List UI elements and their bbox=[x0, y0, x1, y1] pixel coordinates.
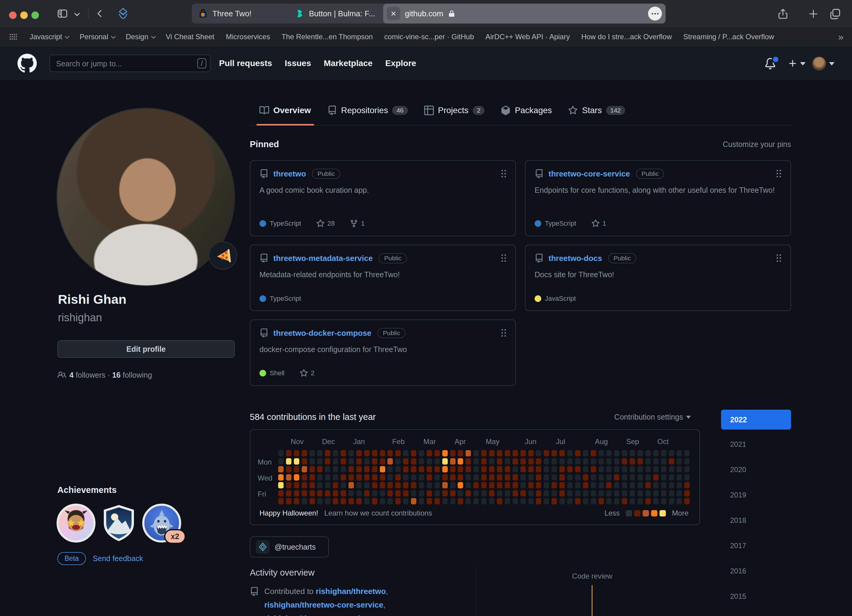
contribution-cell[interactable] bbox=[434, 474, 440, 480]
contribution-cell[interactable] bbox=[356, 490, 362, 497]
contribution-cell[interactable] bbox=[630, 482, 635, 488]
contribution-cell[interactable] bbox=[637, 498, 643, 504]
contribution-cell[interactable] bbox=[489, 466, 494, 473]
contribution-cell[interactable] bbox=[614, 498, 619, 504]
page-menu-ellipsis-icon[interactable] bbox=[648, 7, 662, 21]
count-contributions-link[interactable]: Learn how we count contributions bbox=[324, 509, 432, 517]
contribution-cell[interactable] bbox=[317, 482, 323, 488]
contribution-cell[interactable] bbox=[536, 474, 541, 480]
year-2020[interactable]: 2020 bbox=[721, 460, 791, 479]
contribution-cell[interactable] bbox=[364, 482, 370, 488]
contribution-cell[interactable] bbox=[458, 490, 463, 497]
contribution-cell[interactable] bbox=[669, 474, 674, 480]
contribution-cell[interactable] bbox=[278, 466, 284, 473]
contribution-cell[interactable] bbox=[598, 482, 604, 488]
contribution-cell[interactable] bbox=[325, 498, 330, 504]
contribution-cell[interactable] bbox=[278, 498, 284, 504]
contribution-cell[interactable] bbox=[551, 490, 557, 497]
contribution-cell[interactable] bbox=[419, 482, 424, 488]
contribution-cell[interactable] bbox=[544, 450, 549, 456]
contribution-cell[interactable] bbox=[637, 458, 643, 465]
contribution-cell[interactable] bbox=[583, 490, 588, 497]
contribution-cell[interactable] bbox=[630, 458, 635, 465]
contribution-cell[interactable] bbox=[317, 490, 323, 497]
contribution-cell[interactable] bbox=[372, 450, 378, 456]
contribution-cell[interactable] bbox=[598, 450, 604, 456]
contribution-cell[interactable] bbox=[645, 450, 651, 456]
contribution-cell[interactable] bbox=[520, 482, 526, 488]
contribution-cell[interactable] bbox=[505, 474, 510, 480]
contribution-heatmap[interactable] bbox=[278, 450, 690, 504]
contribution-cell[interactable] bbox=[395, 490, 401, 497]
contribution-cell[interactable] bbox=[403, 450, 408, 456]
contribution-cell[interactable] bbox=[591, 498, 596, 504]
sidebar-menu-chevron-icon[interactable] bbox=[74, 12, 80, 16]
contribution-cell[interactable] bbox=[598, 458, 604, 465]
contribution-cell[interactable] bbox=[395, 482, 401, 488]
contribution-cell[interactable] bbox=[349, 490, 354, 497]
drag-grabber-icon[interactable] bbox=[776, 170, 781, 178]
year-2017[interactable]: 2017 bbox=[721, 537, 791, 555]
contribution-cell[interactable] bbox=[630, 466, 635, 473]
repo-link[interactable]: threetwo-core-service bbox=[548, 169, 630, 178]
contribution-cell[interactable] bbox=[458, 450, 463, 456]
contribution-cell[interactable] bbox=[622, 498, 627, 504]
contribution-cell[interactable] bbox=[473, 458, 479, 465]
contribution-cell[interactable] bbox=[637, 490, 643, 497]
contribution-cell[interactable] bbox=[349, 466, 354, 473]
contribution-cell[interactable] bbox=[387, 450, 393, 456]
contribution-cell[interactable] bbox=[473, 450, 479, 456]
contribution-cell[interactable] bbox=[497, 474, 502, 480]
contribution-cell[interactable] bbox=[372, 458, 378, 465]
contribution-cell[interactable] bbox=[614, 474, 619, 480]
contribution-cell[interactable] bbox=[575, 450, 580, 456]
contribution-cell[interactable] bbox=[317, 458, 323, 465]
contribution-cell[interactable] bbox=[458, 458, 463, 465]
contribution-cell[interactable] bbox=[419, 466, 424, 473]
contribution-cell[interactable] bbox=[473, 474, 479, 480]
contribution-cell[interactable] bbox=[411, 498, 416, 504]
contribution-cell[interactable] bbox=[645, 466, 651, 473]
contribution-cell[interactable] bbox=[450, 498, 456, 504]
contribution-cell[interactable] bbox=[645, 498, 651, 504]
contribution-cell[interactable] bbox=[544, 474, 549, 480]
contribution-cell[interactable] bbox=[333, 482, 338, 488]
contribution-cell[interactable] bbox=[387, 490, 393, 497]
github-logo-icon[interactable] bbox=[18, 54, 37, 73]
contribution-cell[interactable] bbox=[349, 498, 354, 504]
contribution-cell[interactable] bbox=[551, 498, 557, 504]
contribution-cell[interactable] bbox=[372, 466, 378, 473]
contribution-cell[interactable] bbox=[442, 458, 448, 465]
contribution-cell[interactable] bbox=[317, 474, 323, 480]
contribution-cell[interactable] bbox=[349, 482, 354, 488]
contribution-cell[interactable] bbox=[512, 474, 518, 480]
contribution-cell[interactable] bbox=[505, 458, 510, 465]
contribution-cell[interactable] bbox=[286, 466, 292, 473]
nav-explore[interactable]: Explore bbox=[385, 59, 416, 68]
year-2015[interactable]: 2015 bbox=[721, 587, 791, 605]
github-search-box[interactable]: / bbox=[50, 54, 211, 72]
contribution-cell[interactable] bbox=[489, 490, 494, 497]
contribution-cell[interactable] bbox=[465, 458, 471, 465]
contribution-cell[interactable] bbox=[411, 450, 416, 456]
contribution-cell[interactable] bbox=[653, 458, 659, 465]
contribution-cell[interactable] bbox=[544, 498, 549, 504]
contribution-cell[interactable] bbox=[567, 482, 573, 488]
contribution-cell[interactable] bbox=[341, 458, 346, 465]
contribution-cell[interactable] bbox=[450, 490, 456, 497]
share-icon[interactable] bbox=[777, 7, 789, 21]
contribution-cell[interactable] bbox=[606, 458, 612, 465]
browser-tab-threetwo[interactable]: Three Two! bbox=[192, 4, 293, 24]
contribution-cell[interactable] bbox=[575, 474, 580, 480]
contribution-cell[interactable] bbox=[427, 490, 432, 497]
contribution-cell[interactable] bbox=[403, 458, 408, 465]
contribution-cell[interactable] bbox=[630, 498, 635, 504]
contribution-cell[interactable] bbox=[333, 458, 338, 465]
contributed-repo-link[interactable]: rishighan/threetwo-metadata-s bbox=[264, 614, 379, 616]
contribution-cell[interactable] bbox=[677, 474, 682, 480]
contribution-cell[interactable] bbox=[419, 474, 424, 480]
contribution-cell[interactable] bbox=[645, 458, 651, 465]
year-2018[interactable]: 2018 bbox=[721, 511, 791, 530]
contribution-cell[interactable] bbox=[380, 458, 385, 465]
contribution-cell[interactable] bbox=[450, 466, 456, 473]
